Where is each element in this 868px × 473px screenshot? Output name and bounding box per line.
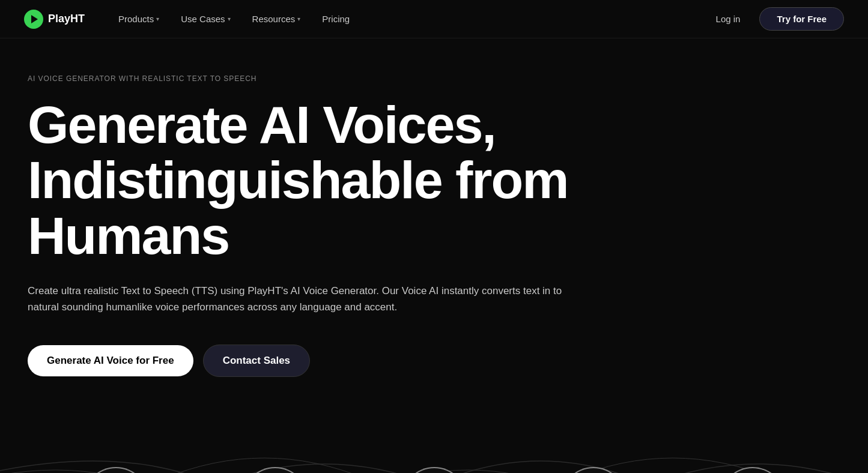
player-1[interactable]: [83, 467, 149, 473]
nav-products-label: Products: [118, 14, 154, 24]
hero-subtitle: Create ultra realistic Text to Speech (T…: [28, 283, 568, 315]
generate-voice-button[interactable]: Generate AI Voice for Free: [28, 345, 193, 376]
nav-menu: Products ▾ Use Cases ▾ Resources ▾ Prici…: [109, 9, 706, 29]
nav-right: Log in Try for Free: [706, 7, 844, 31]
players-row: [0, 467, 868, 473]
player-4[interactable]: [560, 467, 627, 473]
nav-use-cases-label: Use Cases: [181, 14, 225, 24]
player-3[interactable]: [401, 467, 467, 473]
nav-item-use-cases[interactable]: Use Cases ▾: [171, 9, 240, 29]
chevron-down-icon: ▾: [156, 16, 159, 22]
logo-link[interactable]: PlayHT: [24, 10, 85, 29]
chevron-down-icon: ▾: [228, 16, 231, 22]
nav-resources-label: Resources: [252, 14, 296, 24]
player-2[interactable]: [242, 467, 308, 473]
nav-item-resources[interactable]: Resources ▾: [243, 9, 311, 29]
login-link[interactable]: Log in: [706, 9, 750, 29]
try-for-free-button[interactable]: Try for Free: [759, 7, 844, 31]
chevron-down-icon: ▾: [297, 16, 300, 22]
hero-buttons: Generate AI Voice for Free Contact Sales: [28, 345, 693, 377]
players-section: [0, 425, 868, 473]
navbar: PlayHT Products ▾ Use Cases ▾ Resources …: [0, 0, 868, 38]
play-icon: [31, 15, 38, 23]
hero-title: Generate AI Voices, Indistinguishable fr…: [28, 97, 693, 264]
logo-text: PlayHT: [48, 13, 85, 25]
hero-title-line1: Generate AI Voices,: [28, 95, 496, 154]
player-5[interactable]: [720, 467, 786, 473]
hero-eyebrow: AI VOICE GENERATOR WITH REALISTIC TEXT T…: [28, 74, 693, 83]
wave-background: [0, 425, 868, 473]
nav-pricing-label: Pricing: [322, 14, 350, 24]
contact-sales-button[interactable]: Contact Sales: [203, 345, 310, 377]
logo-icon: [24, 10, 43, 29]
nav-item-pricing[interactable]: Pricing: [312, 9, 359, 29]
hero-section: AI VOICE GENERATOR WITH REALISTIC TEXT T…: [0, 38, 868, 473]
hero-title-line2: Indistinguishable from Humans: [28, 150, 568, 265]
nav-item-products[interactable]: Products ▾: [109, 9, 169, 29]
